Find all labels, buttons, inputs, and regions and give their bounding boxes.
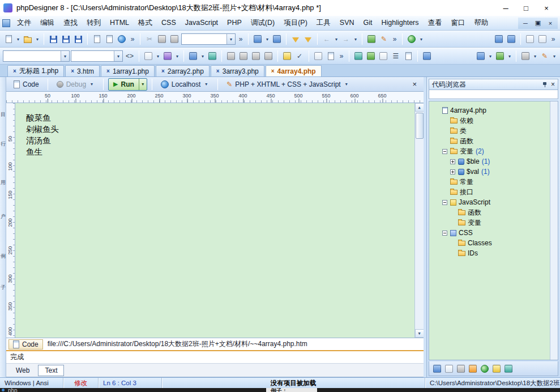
copy-button[interactable] xyxy=(156,33,168,45)
tree-item-variables[interactable]: 变量 (2) xyxy=(429,146,558,156)
tab-close-icon[interactable]: × xyxy=(13,69,16,74)
code-beautify-button[interactable] xyxy=(252,33,263,45)
save-report-icon[interactable] xyxy=(469,365,477,373)
menu-debug[interactable]: 调试(D) xyxy=(246,16,279,30)
codebar-code-button[interactable]: Code xyxy=(8,339,43,350)
insert-table-button[interactable] xyxy=(143,50,154,62)
tree-item-functions[interactable]: 函数 xyxy=(429,136,558,146)
toolbar-overflow-button[interactable]: » xyxy=(129,35,136,43)
save-as-button[interactable] xyxy=(60,33,71,45)
tab-3array3[interactable]: ×3array3.php xyxy=(211,65,264,76)
editor-content[interactable]: 酸菜鱼 剁椒鱼头 清汤鱼 鱼生 ▲ ▼ xyxy=(15,103,424,338)
left-dock-strip[interactable]: 目 行 用 户 例 子 xyxy=(0,77,6,377)
tab-3-htm[interactable]: ×3.htm xyxy=(65,65,100,76)
outdent-button[interactable] xyxy=(238,50,249,62)
panel-close-icon[interactable]: × xyxy=(551,80,555,88)
tab-close-icon[interactable]: × xyxy=(161,69,165,74)
editor-vertical-scrollbar[interactable]: ▲ ▼ xyxy=(414,103,424,338)
tree-item-css[interactable]: CSS xyxy=(429,228,558,238)
syntax-mode-button[interactable]: ✎PHP + XHTML + CSS + JavaScript▾ xyxy=(223,78,353,91)
tree-item-interfaces[interactable]: 接口 xyxy=(429,187,558,197)
insert-table-dropdown-icon[interactable]: ▾ xyxy=(155,54,161,59)
tab-close-icon[interactable]: × xyxy=(106,69,110,74)
run-dropdown-icon[interactable]: ▾ xyxy=(139,79,147,90)
scrollbar-thumb[interactable] xyxy=(416,113,424,139)
menu-project[interactable]: 项目(P) xyxy=(279,16,312,30)
tree-item-var-ble[interactable]: $ble (1) xyxy=(429,156,558,167)
publish-globe-icon[interactable] xyxy=(481,365,489,373)
tools-icon[interactable] xyxy=(505,365,512,373)
move-left-button[interactable] xyxy=(250,50,262,62)
tree-item-css-classes[interactable]: Classes xyxy=(429,238,558,248)
close-button[interactable]: × xyxy=(536,1,557,15)
syntax-check-button[interactable]: ✓ xyxy=(294,50,305,62)
tree-item-var-val[interactable]: $val (1) xyxy=(429,167,558,177)
minimize-button[interactable]: ─ xyxy=(495,1,516,15)
toolbar-overflow-button[interactable]: » xyxy=(549,35,557,43)
preview-browser-button[interactable] xyxy=(116,33,127,45)
syntax-mode-dropdown-icon[interactable]: ▾ xyxy=(344,82,349,87)
quick-fix-dropdown-icon[interactable]: ▾ xyxy=(200,54,206,59)
frame-button[interactable] xyxy=(421,50,433,62)
import-dropdown-icon[interactable]: ▾ xyxy=(507,54,512,59)
code-view-button[interactable]: Code xyxy=(10,78,43,91)
window-cascade-button[interactable] xyxy=(493,33,505,45)
tree-item-js-variables[interactable]: 变量 xyxy=(429,218,558,228)
nav-forward-button[interactable]: → xyxy=(340,33,352,45)
insert-link-button[interactable] xyxy=(353,50,364,62)
filter-remove-button[interactable] xyxy=(302,33,314,45)
print-icon[interactable] xyxy=(457,365,465,373)
expand-icon[interactable] xyxy=(450,169,455,174)
duplicate-page-button[interactable] xyxy=(104,33,115,45)
filter-add-button[interactable] xyxy=(290,33,301,45)
menu-file[interactable]: 文件 xyxy=(12,16,36,30)
debug-dropdown-icon[interactable]: ▾ xyxy=(89,82,95,87)
export-button[interactable] xyxy=(475,50,486,62)
scroll-down-icon[interactable]: ▼ xyxy=(415,329,424,338)
copy-page-button[interactable] xyxy=(91,33,102,45)
menu-php[interactable]: PHP xyxy=(223,16,246,30)
menu-highlighters[interactable]: Highlighters xyxy=(377,16,424,30)
zoom-select[interactable]: ▾ xyxy=(71,50,123,62)
open-file-button[interactable] xyxy=(22,33,33,45)
pin-icon[interactable] xyxy=(542,82,548,87)
menu-view[interactable]: 查看 xyxy=(424,16,447,30)
menu-window[interactable]: 窗口 xyxy=(447,16,470,30)
edit-code-button[interactable]: ✎ xyxy=(378,33,390,45)
quick-fix-button[interactable] xyxy=(187,50,199,62)
debug-button[interactable]: Debug▾ xyxy=(53,78,99,91)
tree-item-classes[interactable]: 类 xyxy=(429,126,558,136)
export-dropdown-icon[interactable]: ▾ xyxy=(488,54,493,59)
toolbar-overflow-button[interactable]: » xyxy=(237,35,245,43)
new-snippet-icon[interactable] xyxy=(433,365,441,373)
indent-button[interactable] xyxy=(225,50,237,62)
tab-4array4[interactable]: ×4array4.php xyxy=(266,65,322,76)
save-all-button[interactable] xyxy=(72,33,84,45)
open-file-dropdown-icon[interactable]: ▾ xyxy=(35,37,40,42)
tree-item-constants[interactable]: 常量 xyxy=(429,177,558,187)
paste-button[interactable] xyxy=(169,33,180,45)
tab-untitled-1[interactable]: ×无标题 1.php xyxy=(7,65,64,76)
snippet-button[interactable] xyxy=(325,50,336,62)
tab-1array1[interactable]: ×1array1.php xyxy=(101,65,155,76)
tree-item-dependencies[interactable]: 依赖 xyxy=(429,116,558,126)
server-select-button[interactable]: Localhost▾ xyxy=(157,78,213,91)
font-select-dropdown-icon[interactable]: ▾ xyxy=(226,34,235,44)
inject-code-button[interactable] xyxy=(366,33,377,45)
expand-icon[interactable] xyxy=(450,159,455,164)
edit-pencil-dropdown-icon[interactable]: ▾ xyxy=(552,54,557,59)
menu-format[interactable]: 格式 xyxy=(134,16,157,30)
tree-scrollbar[interactable] xyxy=(550,101,558,360)
tree-item-js-functions[interactable]: 函数 xyxy=(429,207,558,218)
calendar-button[interactable] xyxy=(313,50,324,62)
insert-list-button[interactable]: ☰ xyxy=(390,50,401,62)
menu-search[interactable]: 查找 xyxy=(59,16,82,30)
mdi-restore-button[interactable]: ▣ xyxy=(532,18,544,29)
code-beautify-dropdown-icon[interactable]: ▾ xyxy=(264,37,270,42)
collapse-icon[interactable] xyxy=(442,231,447,236)
nav-forward-dropdown-icon[interactable]: ▾ xyxy=(353,37,358,42)
tree-item-javascript[interactable]: JavaScript xyxy=(429,197,558,207)
code-browser-filter[interactable] xyxy=(429,90,558,99)
import-button[interactable] xyxy=(494,50,506,62)
run-script-button[interactable] xyxy=(207,50,218,62)
